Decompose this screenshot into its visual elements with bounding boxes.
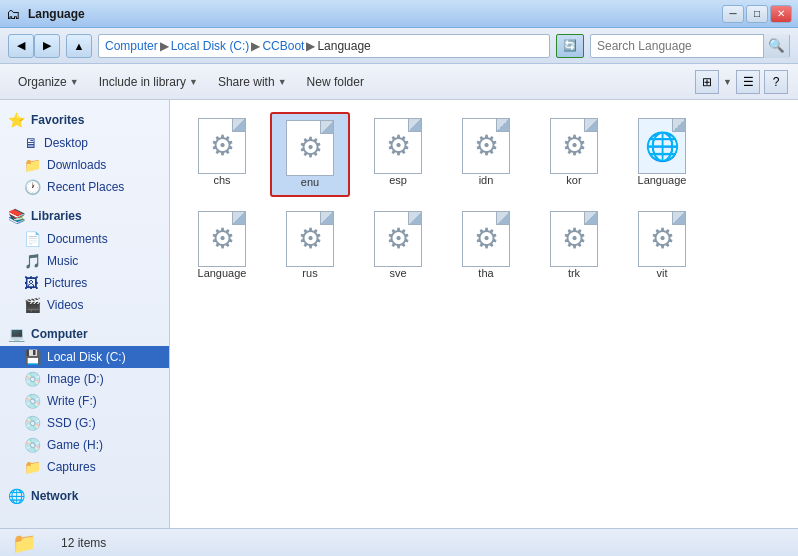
file-item-trk[interactable]: ⚙ trk (534, 205, 614, 286)
gear-icon-language2: ⚙ (210, 225, 235, 253)
gear-icon-tha: ⚙ (474, 225, 499, 253)
file-name-vit: vit (657, 267, 668, 280)
back-button[interactable]: ◀ (8, 34, 34, 58)
address-bar: ◀ ▶ ▲ Computer ▶ Local Disk (C:) ▶ CCBoo… (0, 28, 798, 64)
file-icon-idn: ⚙ (462, 118, 510, 174)
toolbar: Organize ▼ Include in library ▼ Share wi… (0, 64, 798, 100)
file-grid: ⚙ chs ⚙ enu ⚙ esp ⚙ (182, 112, 786, 286)
sidebar-item-recent[interactable]: 🕐 Recent Places (0, 176, 169, 198)
close-button[interactable]: ✕ (770, 5, 792, 23)
favorites-icon: ⭐ (8, 112, 25, 128)
include-in-library-button[interactable]: Include in library ▼ (91, 69, 206, 95)
content-area: ⚙ chs ⚙ enu ⚙ esp ⚙ (170, 100, 798, 528)
file-item-tha[interactable]: ⚙ tha (446, 205, 526, 286)
libraries-icon: 📚 (8, 208, 25, 224)
file-icon-language2: ⚙ (198, 211, 246, 267)
documents-icon: 📄 (24, 231, 41, 247)
sidebar-item-downloads[interactable]: 📁 Downloads (0, 154, 169, 176)
file-item-chs[interactable]: ⚙ chs (182, 112, 262, 197)
minimize-button[interactable]: ─ (722, 5, 744, 23)
file-name-sve: sve (389, 267, 406, 280)
network-icon: 🌐 (8, 488, 25, 504)
up-button[interactable]: ▲ (66, 34, 92, 58)
sidebar-item-ssd[interactable]: 💿 SSD (G:) (0, 412, 169, 434)
globe-icon-language1: 🌐 (645, 130, 680, 163)
file-name-idn: idn (479, 174, 494, 187)
search-input[interactable] (591, 39, 763, 53)
file-name-language1: Language (638, 174, 687, 187)
sidebar-item-write[interactable]: 💿 Write (F:) (0, 390, 169, 412)
file-name-enu: enu (301, 176, 319, 189)
sidebar-item-music[interactable]: 🎵 Music (0, 250, 169, 272)
file-item-idn[interactable]: ⚙ idn (446, 112, 526, 197)
breadcrumb-current: Language (317, 39, 370, 53)
sidebar-item-captures[interactable]: 📁 Captures (0, 456, 169, 478)
favorites-section: ⭐ Favorites 🖥 Desktop 📁 Downloads 🕐 Rece… (0, 108, 169, 198)
gear-icon-idn: ⚙ (474, 132, 499, 160)
libraries-section: 📚 Libraries 📄 Documents 🎵 Music 🖼 Pictur… (0, 204, 169, 316)
window-controls: ─ □ ✕ (722, 5, 792, 23)
file-icon-language1: 🌐 (638, 118, 686, 174)
breadcrumb-ccboot[interactable]: CCBoot (262, 39, 304, 53)
sidebar-item-pictures[interactable]: 🖼 Pictures (0, 272, 169, 294)
sidebar-item-image[interactable]: 💿 Image (D:) (0, 368, 169, 390)
title-bar: 🗂 Language ─ □ ✕ (0, 0, 798, 28)
detail-view-button[interactable]: ☰ (736, 70, 760, 94)
file-name-chs: chs (213, 174, 230, 187)
gear-icon-enu: ⚙ (298, 134, 323, 162)
help-button[interactable]: ? (764, 70, 788, 94)
gear-icon-esp: ⚙ (386, 132, 411, 160)
library-dropdown-arrow: ▼ (189, 77, 198, 87)
localdisk-icon: 💾 (24, 349, 41, 365)
file-name-tha: tha (478, 267, 493, 280)
search-button[interactable]: 🔍 (763, 34, 789, 58)
main-layout: ⭐ Favorites 🖥 Desktop 📁 Downloads 🕐 Rece… (0, 100, 798, 528)
file-icon-tha: ⚙ (462, 211, 510, 267)
forward-button[interactable]: ▶ (34, 34, 60, 58)
sidebar-item-localdisk[interactable]: 💾 Local Disk (C:) (0, 346, 169, 368)
gear-icon-trk: ⚙ (562, 225, 587, 253)
file-name-kor: kor (566, 174, 581, 187)
view-toggle-button[interactable]: ⊞ (695, 70, 719, 94)
search-box: 🔍 (590, 34, 790, 58)
computer-icon: 💻 (8, 326, 25, 342)
network-header[interactable]: 🌐 Network (0, 484, 169, 508)
file-item-language1[interactable]: 🌐 Language (622, 112, 702, 197)
ssd-icon: 💿 (24, 415, 41, 431)
item-count: 12 items (61, 536, 106, 550)
file-item-vit[interactable]: ⚙ vit (622, 205, 702, 286)
share-with-button[interactable]: Share with ▼ (210, 69, 295, 95)
file-item-kor[interactable]: ⚙ kor (534, 112, 614, 197)
new-folder-button[interactable]: New folder (299, 69, 372, 95)
favorites-header[interactable]: ⭐ Favorites (0, 108, 169, 132)
desktop-icon: 🖥 (24, 135, 38, 151)
downloads-icon: 📁 (24, 157, 41, 173)
sidebar-item-desktop[interactable]: 🖥 Desktop (0, 132, 169, 154)
file-icon-chs: ⚙ (198, 118, 246, 174)
view-dropdown-arrow[interactable]: ▼ (723, 77, 732, 87)
file-name-esp: esp (389, 174, 407, 187)
file-item-language2[interactable]: ⚙ Language (182, 205, 262, 286)
maximize-button[interactable]: □ (746, 5, 768, 23)
breadcrumb-computer[interactable]: Computer (105, 39, 158, 53)
file-icon-trk: ⚙ (550, 211, 598, 267)
organize-button[interactable]: Organize ▼ (10, 69, 87, 95)
computer-header[interactable]: 💻 Computer (0, 322, 169, 346)
file-icon-sve: ⚙ (374, 211, 422, 267)
gear-icon-rus: ⚙ (298, 225, 323, 253)
sidebar-item-videos[interactable]: 🎬 Videos (0, 294, 169, 316)
file-item-sve[interactable]: ⚙ sve (358, 205, 438, 286)
sidebar: ⭐ Favorites 🖥 Desktop 📁 Downloads 🕐 Rece… (0, 100, 170, 528)
file-item-rus[interactable]: ⚙ rus (270, 205, 350, 286)
libraries-header[interactable]: 📚 Libraries (0, 204, 169, 228)
sidebar-item-documents[interactable]: 📄 Documents (0, 228, 169, 250)
refresh-button[interactable]: 🔄 (556, 34, 584, 58)
videos-icon: 🎬 (24, 297, 41, 313)
file-icon-kor: ⚙ (550, 118, 598, 174)
folder-status-icon: 📁 (12, 531, 37, 555)
file-item-esp[interactable]: ⚙ esp (358, 112, 438, 197)
file-item-enu[interactable]: ⚙ enu (270, 112, 350, 197)
sidebar-item-game[interactable]: 💿 Game (H:) (0, 434, 169, 456)
breadcrumb-bar[interactable]: Computer ▶ Local Disk (C:) ▶ CCBoot ▶ La… (98, 34, 550, 58)
breadcrumb-localdisk[interactable]: Local Disk (C:) (171, 39, 250, 53)
